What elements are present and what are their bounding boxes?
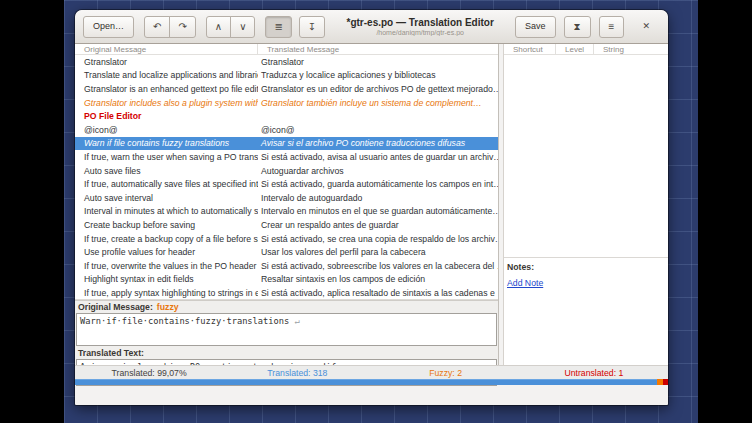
close-button[interactable]: ✕: [632, 16, 660, 38]
upload-button[interactable]: ⧗: [564, 16, 591, 38]
hourglass-icon: ⧗: [574, 22, 581, 32]
undo-button[interactable]: ↶: [144, 16, 170, 38]
table-row[interactable]: If true, overwrite the values in the PO …: [75, 259, 498, 273]
side-table-header: Shortcut Level String: [504, 44, 668, 55]
translated-cell: Si está activado, avisa al usuario antes…: [258, 150, 498, 164]
desktop-background: Open… ↶ ↷ ∧ ∨ ≣ ↧ *gtr-es.po — Translati…: [64, 0, 698, 423]
message-table-header: Original Message Translated Message: [75, 44, 498, 55]
progress-translated-segment: [75, 379, 657, 385]
fuzzy-count: Fuzzy: 2: [372, 368, 520, 378]
close-icon: ✕: [642, 22, 650, 31]
table-row[interactable]: If true, create a backup copy of a file …: [75, 232, 498, 246]
translated-percentage: Translated: 99,07%: [75, 368, 223, 378]
column-original-message[interactable]: Original Message: [75, 44, 258, 54]
table-row[interactable]: If true, warn the user when saving a PO …: [75, 150, 498, 164]
original-cell: @icon@: [75, 123, 258, 137]
header-right-group: Save ⧗ ≡ ✕: [515, 16, 660, 38]
original-message-text: Warn·if·file·contains·fuzzy·translations: [80, 316, 289, 326]
translated-count: Translated: 318: [223, 368, 371, 378]
table-row[interactable]: @icon@@icon@: [75, 123, 498, 137]
table-row[interactable]: Interval in minutes at which to automati…: [75, 205, 498, 219]
original-cell: Use profile values for header: [75, 245, 258, 259]
original-cell: If true, apply syntax highlighting to st…: [75, 286, 258, 300]
column-string[interactable]: String: [594, 44, 668, 54]
translated-cell: Gtranslator: [258, 55, 498, 69]
original-cell: If true, overwrite the values in the PO …: [75, 259, 258, 273]
add-note-link[interactable]: Add Note: [507, 278, 543, 288]
original-cell: If true, warn the user when saving a PO …: [75, 150, 258, 164]
newline-icon: ↵: [294, 316, 299, 326]
column-level[interactable]: Level: [556, 44, 594, 54]
fuzzy-state-tag: fuzzy: [157, 302, 179, 312]
original-cell: PO File Editor: [75, 109, 258, 123]
main-area: Original Message Translated Message Gtra…: [75, 44, 668, 385]
translated-cell: Si está activado, se crea una copia de r…: [258, 232, 498, 246]
table-row[interactable]: Gtranslator is an enhanced gettext po fi…: [75, 82, 498, 96]
goto-message-button[interactable]: ↧: [299, 16, 325, 38]
original-cell: Warn if file contains fuzzy translations: [75, 137, 258, 151]
progress-untranslated-segment: [663, 379, 668, 385]
goto-message-icon: ↧: [308, 22, 316, 32]
message-tools-group: ≣ ↧: [265, 16, 325, 38]
table-row[interactable]: Use profile values for headerUsar los va…: [75, 245, 498, 259]
translated-cell: Intervalo en minutos en el que se guarda…: [258, 205, 498, 219]
translated-cell: Intervalo de autoguardado: [258, 191, 498, 205]
translated-cell: Avisar si el archivo PO contiene traducc…: [258, 137, 498, 151]
notes-label: Notes:: [507, 262, 668, 272]
original-cell: Create backup before saving: [75, 218, 258, 232]
table-row[interactable]: Gtranslator includes also a plugin syste…: [75, 96, 498, 110]
original-cell: Gtranslator: [75, 55, 258, 69]
shortcut-table[interactable]: [504, 55, 668, 258]
side-panel: Shortcut Level String Notes: Add Note: [503, 44, 668, 385]
translated-cell: Si está activado, aplica resaltado de si…: [258, 286, 498, 300]
original-cell: If true, automatically save files at spe…: [75, 177, 258, 191]
translated-text-label: Translated Text:: [78, 348, 144, 358]
message-details-button[interactable]: ≣: [265, 16, 291, 38]
previous-message-button[interactable]: ∧: [206, 16, 231, 38]
notes-section: Notes: Add Note: [504, 262, 668, 290]
table-row[interactable]: Auto save filesAutoguardar archivos: [75, 164, 498, 178]
translated-cell: Traduzca y localice aplicaciones y bibli…: [258, 69, 498, 83]
translated-cell: Resaltar sintaxis en los campos de edici…: [258, 273, 498, 287]
chevron-up-icon: ∧: [215, 22, 222, 32]
undo-redo-group: ↶ ↷: [144, 16, 196, 38]
redo-button[interactable]: ↷: [169, 16, 195, 38]
translated-cell: Usar los valores del perfil para la cabe…: [258, 245, 498, 259]
table-row[interactable]: GtranslatorGtranslator: [75, 55, 498, 69]
table-row[interactable]: Highlight syntax in edit fieldsResaltar …: [75, 273, 498, 287]
original-cell: Gtranslator is an enhanced gettext po fi…: [75, 82, 258, 96]
header-bar: Open… ↶ ↷ ∧ ∨ ≣ ↧ *gtr-es.po — Translati…: [75, 10, 668, 44]
navigation-group: ∧ ∨: [206, 16, 256, 38]
message-rows: GtranslatorGtranslatorTranslate and loca…: [75, 55, 498, 300]
translated-cell: @icon@: [258, 123, 498, 137]
column-shortcut[interactable]: Shortcut: [504, 44, 556, 54]
column-translated-message[interactable]: Translated Message: [258, 44, 498, 54]
hamburger-menu-icon: ≡: [609, 22, 615, 32]
original-cell: If true, create a backup copy of a file …: [75, 232, 258, 246]
translated-cell: Crear un respaldo antes de guardar: [258, 218, 498, 232]
redo-icon: ↷: [178, 22, 186, 32]
original-message-textarea[interactable]: Warn·if·file·contains·fuzzy·translations…: [76, 313, 497, 346]
message-details-icon: ≣: [274, 22, 282, 32]
translated-cell: [258, 109, 498, 123]
open-button[interactable]: Open…: [83, 16, 134, 38]
next-message-button[interactable]: ∨: [230, 16, 255, 38]
table-row[interactable]: Create backup before savingCrear un resp…: [75, 218, 498, 232]
table-row[interactable]: If true, automatically save files at spe…: [75, 177, 498, 191]
table-row[interactable]: Warn if file contains fuzzy translations…: [75, 137, 498, 151]
window-subtitle: /home/danigm/tmp/gtr-es.po: [335, 29, 505, 36]
table-row[interactable]: If true, apply syntax highlighting to st…: [75, 286, 498, 300]
original-message-label-row: Original Message: fuzzy: [75, 301, 498, 313]
original-message-label: Original Message:: [78, 302, 153, 312]
menu-button[interactable]: ≡: [599, 16, 625, 38]
table-row[interactable]: Translate and localize applications and …: [75, 69, 498, 83]
original-cell: Auto save files: [75, 164, 258, 178]
save-button[interactable]: Save: [515, 16, 556, 38]
table-row[interactable]: Auto save intervalIntervalo de autoguard…: [75, 191, 498, 205]
status-bar: Translated: 99,07% Translated: 318 Fuzzy…: [75, 365, 668, 379]
original-cell: Gtranslator includes also a plugin syste…: [75, 96, 258, 110]
window-title: *gtr-es.po — Translation Editor: [335, 17, 505, 28]
table-row[interactable]: PO File Editor: [75, 109, 498, 123]
translation-progress-bar: [75, 379, 668, 385]
translated-cell: Si está activado, guarda automáticamente…: [258, 177, 498, 191]
